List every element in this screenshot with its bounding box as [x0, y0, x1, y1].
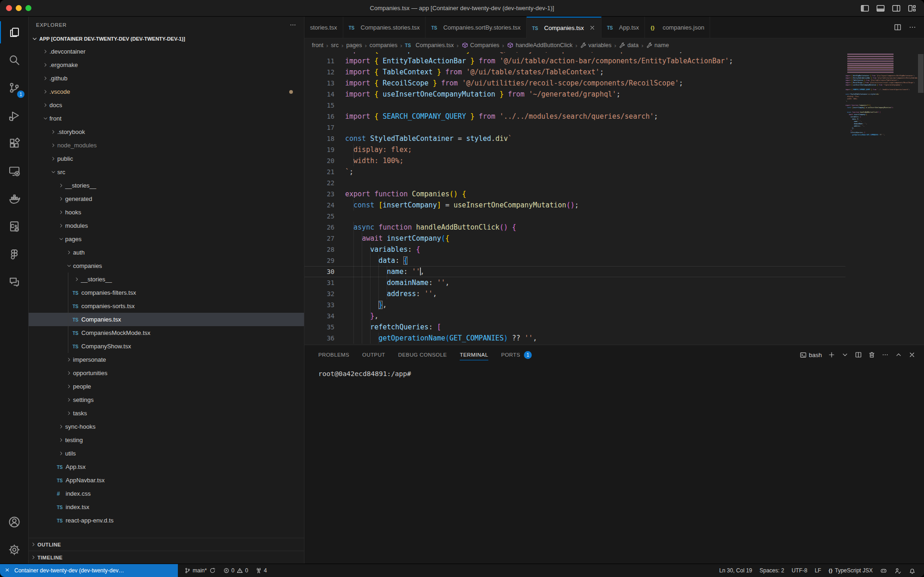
activity-item-figma[interactable]	[0, 240, 28, 268]
tree-item-tasks[interactable]: tasks	[29, 407, 304, 420]
tab-Companies.sortBy.stories.tsx[interactable]: TSCompanies.sortBy.stories.tsx	[426, 17, 526, 38]
status-item-spaces-2[interactable]: Spaces: 2	[756, 564, 788, 577]
tree-item-settings[interactable]: settings	[29, 393, 304, 407]
tab-stories.tsx[interactable]: stories.tsx	[304, 17, 343, 38]
tree-item-react-app-env.d.ts[interactable]: TSreact-app-env.d.ts	[29, 514, 304, 527]
status-item[interactable]: main*	[181, 564, 219, 577]
status-item[interactable]	[891, 564, 905, 577]
tree-item-generated[interactable]: generated	[29, 192, 304, 206]
status-item[interactable]: 4	[252, 564, 271, 577]
activity-item-remote-explorer[interactable]	[0, 157, 28, 185]
tree-item-sync-hooks[interactable]: sync-hooks	[29, 420, 304, 433]
status-item[interactable]	[905, 564, 919, 577]
tree-item-__stories__[interactable]: __stories__	[29, 273, 304, 286]
more-icon[interactable]	[908, 23, 917, 31]
breadcrumb-item-pages[interactable]: pages	[346, 42, 362, 49]
split-icon[interactable]	[894, 23, 902, 31]
tree-item-companies-filters.tsx[interactable]: TScompanies-filters.tsx	[29, 286, 304, 299]
status-item-ln-30-col-19[interactable]: Ln 30, Col 19	[716, 564, 756, 577]
workspace-section-header[interactable]: APP [CONTAINER DEV-TWENTY-DEV (DEV-TWENT…	[29, 33, 304, 45]
activity-item-extensions[interactable]	[0, 129, 28, 157]
trash-icon[interactable]	[868, 351, 875, 358]
breadcrumb-item-name[interactable]: name	[646, 42, 669, 49]
tab-companies.json[interactable]: {}companies.json	[645, 17, 710, 38]
tree-item-utils[interactable]: utils	[29, 447, 304, 460]
code-editor[interactable]: 10import { WithTopBarContainer } from '@…	[304, 52, 924, 345]
tree-item-opportunities[interactable]: opportunities	[29, 366, 304, 380]
tree-item-public[interactable]: public	[29, 152, 304, 165]
tree-item-CompaniesMockMode.tsx[interactable]: TSCompaniesMockMode.tsx	[29, 326, 304, 340]
explorer-actions-icon[interactable]	[289, 21, 297, 29]
panel-bottom-icon[interactable]	[876, 4, 885, 13]
remote-indicator[interactable]: Container dev-twenty-dev (dev-twenty-dev…	[0, 564, 178, 577]
close-icon[interactable]	[589, 24, 596, 31]
breadcrumb-item-companies[interactable]: companies	[370, 42, 397, 49]
plus-icon[interactable]	[828, 351, 835, 358]
breadcrumb-item-Companies.tsx[interactable]: TSCompanies.tsx	[405, 42, 454, 49]
breadcrumb-item-data[interactable]: data	[619, 42, 638, 49]
tree-item-.vscode[interactable]: .vscode	[29, 85, 304, 98]
tab-Companies.stories.tsx[interactable]: TSCompanies.stories.tsx	[343, 17, 426, 38]
activity-item-settings[interactable]	[0, 536, 28, 564]
zoom-window-button[interactable]	[25, 5, 31, 11]
terminal[interactable]: root@0a42ecd84891:/app#	[304, 364, 924, 564]
tree-item-hooks[interactable]: hooks	[29, 206, 304, 219]
breadcrumb-item-src[interactable]: src	[331, 42, 339, 49]
tree-item-pages[interactable]: pages	[29, 232, 304, 246]
breadcrumb-item-Companies[interactable]: Companies	[462, 42, 499, 49]
activity-item-docker[interactable]	[0, 185, 28, 213]
status-item[interactable]: 00	[219, 564, 252, 577]
panel-tab-ports[interactable]: PORTS1	[501, 345, 532, 364]
breadcrumb-item-front[interactable]: front	[312, 42, 323, 49]
tree-item-node_modules[interactable]: node_modules	[29, 139, 304, 152]
minimize-window-button[interactable]	[16, 5, 22, 11]
panel-tab-output[interactable]: OUTPUT	[362, 345, 385, 364]
tree-item-impersonate[interactable]: impersonate	[29, 353, 304, 366]
tree-item-companies-sorts.tsx[interactable]: TScompanies-sorts.tsx	[29, 299, 304, 313]
tree-item-__stories__[interactable]: __stories__	[29, 179, 304, 192]
tree-item-docs[interactable]: docs	[29, 98, 304, 112]
tree-item-modules[interactable]: modules	[29, 219, 304, 232]
tree-item-App.tsx[interactable]: TSApp.tsx	[29, 460, 304, 474]
tree-item-Companies.tsx[interactable]: TSCompanies.tsx	[29, 313, 304, 326]
editor-scrollbar[interactable]	[918, 52, 924, 345]
activity-item-search[interactable]	[0, 46, 28, 74]
minimap[interactable]: import { WithTopBarContainer } from '@/u…	[845, 52, 918, 345]
tree-item-testing[interactable]: testing	[29, 433, 304, 447]
tree-item-people[interactable]: people	[29, 380, 304, 393]
panel-tab-terminal[interactable]: TERMINAL	[460, 345, 488, 364]
tree-item-front[interactable]: front	[29, 112, 304, 125]
tree-item-.devcontainer[interactable]: .devcontainer	[29, 45, 304, 58]
tree-item-.github[interactable]: .github	[29, 72, 304, 85]
tree-item-companies[interactable]: companies	[29, 259, 304, 273]
activity-item-run-and-debug[interactable]	[0, 102, 28, 129]
tree-item-index.tsx[interactable]: TSindex.tsx	[29, 500, 304, 514]
panel-tab-problems[interactable]: PROBLEMS	[318, 345, 349, 364]
tree-item-.storybook[interactable]: .storybook	[29, 125, 304, 139]
activity-item-accounts[interactable]	[0, 508, 28, 536]
close-window-button[interactable]	[6, 5, 12, 11]
activity-item-dev-containers[interactable]	[0, 213, 28, 240]
status-item-lf[interactable]: LF	[811, 564, 825, 577]
activity-item-comments[interactable]	[0, 268, 28, 296]
panel-right-icon[interactable]	[892, 4, 901, 13]
tree-item-AppNavbar.tsx[interactable]: TSAppNavbar.tsx	[29, 474, 304, 487]
scrollbar-thumb[interactable]	[918, 54, 924, 93]
breadcrumb-item-handleAddButtonClick[interactable]: handleAddButtonClick	[507, 42, 572, 49]
tree-item-auth[interactable]: auth	[29, 246, 304, 259]
tab-App.tsx[interactable]: TSApp.tsx	[602, 17, 645, 38]
activity-item-explorer[interactable]	[0, 18, 28, 46]
status-item[interactable]	[876, 564, 891, 577]
layout-icon[interactable]	[907, 4, 917, 13]
chevdown-icon[interactable]	[841, 351, 849, 358]
status-item-typescript-jsx[interactable]: {}TypeScript JSX	[825, 564, 876, 577]
breadcrumb-item-variables[interactable]: variables	[580, 42, 612, 49]
tree-item-CompanyShow.tsx[interactable]: TSCompanyShow.tsx	[29, 340, 304, 353]
panel-left-icon[interactable]	[860, 4, 869, 13]
split-icon[interactable]	[855, 351, 862, 358]
status-item-utf-8[interactable]: UTF-8	[788, 564, 811, 577]
section-outline[interactable]: OUTLINE	[29, 538, 304, 551]
tree-item-src[interactable]: src	[29, 165, 304, 179]
more-icon[interactable]	[881, 351, 889, 358]
tree-item-index.css[interactable]: #index.css	[29, 487, 304, 500]
